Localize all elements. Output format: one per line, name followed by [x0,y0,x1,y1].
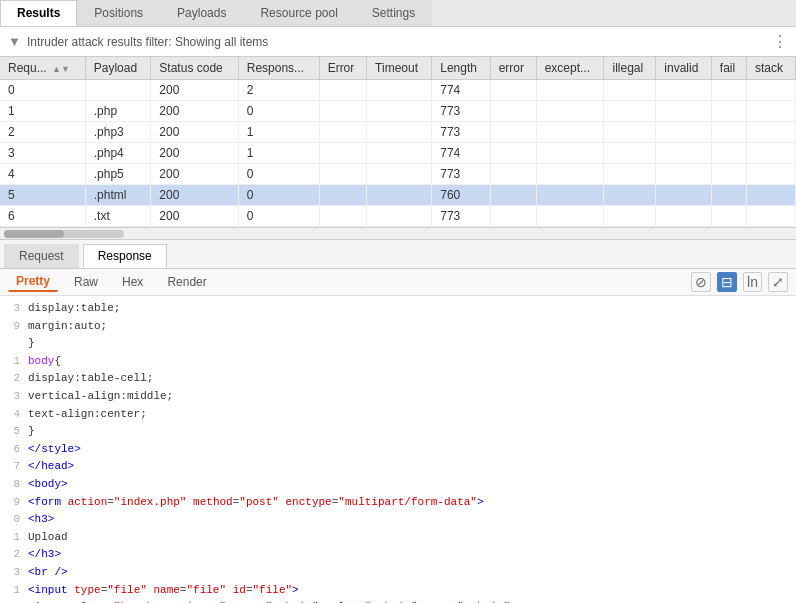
cell-error [319,101,366,122]
tab-settings[interactable]: Settings [355,0,432,26]
line-number: 5 [8,423,20,441]
tab-resource-pool[interactable]: Resource pool [243,0,354,26]
col-error[interactable]: Error [319,57,366,80]
col-illegal[interactable]: illegal [604,57,656,80]
cell-fail [711,143,746,164]
line-number: 1 [8,582,20,600]
cell-fail [711,185,746,206]
cell-timeout [367,206,432,227]
col-stack[interactable]: stack [746,57,795,80]
cell-status: 200 [151,206,238,227]
line-number: 2 [8,599,20,603]
sub-tab-response[interactable]: Response [83,244,167,268]
cell-payload: .php5 [85,164,151,185]
cell-stack [746,122,795,143]
code-line: 4 text-align:center; [8,406,792,424]
cell-payload [85,80,151,101]
no-interp-icon[interactable]: ⊘ [691,272,711,292]
tab-positions[interactable]: Positions [77,0,160,26]
cell-stack [746,143,795,164]
expand-icon[interactable]: ⤢ [768,272,788,292]
col-invalid[interactable]: invalid [656,57,711,80]
col-payload[interactable]: Payload [85,57,151,80]
scrollbar-track[interactable] [4,230,124,238]
code-line: 2 display:table-cell; [8,370,792,388]
cell-status: 200 [151,164,238,185]
cell-error2 [490,101,536,122]
cell-illegal [604,80,656,101]
cell-status: 200 [151,122,238,143]
col-request[interactable]: Requ... ▲▼ [0,57,85,80]
resp-tab-raw[interactable]: Raw [66,273,106,291]
table-row[interactable]: 6.txt2000773 [0,206,796,227]
table-row[interactable]: 3.php42001774 [0,143,796,164]
code-content: <input class="btn btn-primary" type="sub… [28,599,792,603]
cell-timeout [367,122,432,143]
col-fail[interactable]: fail [711,57,746,80]
col-response[interactable]: Respons... [238,57,319,80]
cell-timeout [367,185,432,206]
code-line: 3 <br /> [8,564,792,582]
code-content: } [28,423,792,441]
cell-stack [746,101,795,122]
tab-results[interactable]: Results [0,0,77,26]
cell-stack [746,185,795,206]
col-timeout[interactable]: Timeout [367,57,432,80]
line-number: 2 [8,370,20,388]
col-error2[interactable]: error [490,57,536,80]
cell-invalid [656,185,711,206]
cell-illegal [604,122,656,143]
cell-timeout [367,164,432,185]
word-wrap-icon[interactable]: ⊟ [717,272,737,292]
code-content: } [28,335,792,353]
cell-status: 200 [151,143,238,164]
table-row[interactable]: 2.php32001773 [0,122,796,143]
line-number [8,335,20,353]
col-length[interactable]: Length [432,57,490,80]
cell-except [536,143,604,164]
code-content: </h3> [28,546,792,564]
resp-tab-pretty[interactable]: Pretty [8,272,58,292]
table-row[interactable]: 02002774 [0,80,796,101]
code-line: 0 <h3> [8,511,792,529]
table-header-row: Requ... ▲▼ Payload Status code Respons..… [0,57,796,80]
resp-tab-hex[interactable]: Hex [114,273,151,291]
horizontal-scrollbar[interactable] [0,228,796,240]
scrollbar-thumb[interactable] [4,230,64,238]
cell-timeout [367,80,432,101]
col-status[interactable]: Status code [151,57,238,80]
code-content: Upload [28,529,792,547]
filter-icon: ▼ [8,34,21,49]
cell-except [536,164,604,185]
results-table-container: Requ... ▲▼ Payload Status code Respons..… [0,57,796,228]
cell-error [319,122,366,143]
code-line: 2 </h3> [8,546,792,564]
code-content: vertical-align:middle; [28,388,792,406]
line-number: 6 [8,441,20,459]
cell-fail [711,122,746,143]
ln-icon[interactable]: ln [743,272,762,292]
cell-error [319,185,366,206]
cell-status: 200 [151,80,238,101]
cell-invalid [656,164,711,185]
table-row[interactable]: 1.php2000773 [0,101,796,122]
table-body: 020027741.php20007732.php320017733.php42… [0,80,796,227]
col-except[interactable]: except... [536,57,604,80]
line-number: 4 [8,406,20,424]
line-number: 3 [8,388,20,406]
resp-tab-render[interactable]: Render [159,273,214,291]
code-line: 2 <input class="btn btn-primary" type="s… [8,599,792,603]
code-content: text-align:center; [28,406,792,424]
table-row[interactable]: 5.phtml2000760 [0,185,796,206]
cell-invalid [656,206,711,227]
line-number: 7 [8,458,20,476]
sub-tab-request[interactable]: Request [4,244,79,268]
filter-menu-icon[interactable]: ⋮ [772,32,788,51]
table-row[interactable]: 4.php52000773 [0,164,796,185]
cell-fail [711,206,746,227]
cell-payload: .php [85,101,151,122]
code-line: 3 vertical-align:middle; [8,388,792,406]
cell-error [319,164,366,185]
code-content: display:table-cell; [28,370,792,388]
tab-payloads[interactable]: Payloads [160,0,243,26]
